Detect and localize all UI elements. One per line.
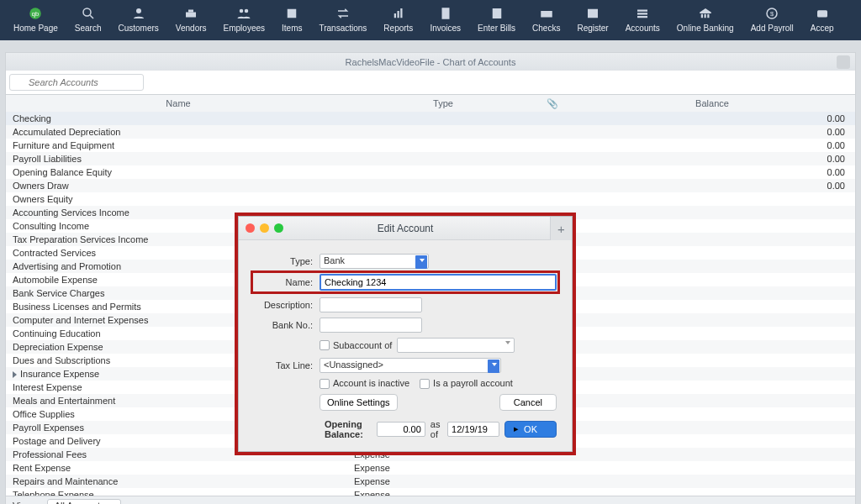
table-row[interactable]: Checking0.00 — [6, 112, 855, 125]
employees-icon — [236, 5, 251, 22]
name-highlight-frame: Name: — [251, 270, 560, 294]
main-toolbar: qbHome PageSearchCustomersVendorsEmploye… — [0, 0, 861, 40]
close-icon[interactable] — [246, 223, 255, 233]
opening-balance-input[interactable] — [377, 422, 425, 437]
zoom-icon[interactable] — [274, 223, 283, 233]
accounts-table: Checking0.00Accumulated Depreciation0.00… — [5, 112, 856, 504]
ok-button[interactable]: ▸OK — [504, 421, 557, 438]
nav-employees[interactable]: Employees — [215, 3, 273, 34]
account-name: Owners Equity — [6, 194, 351, 204]
cursor-icon: ▸ — [514, 423, 519, 434]
svg-line-3 — [90, 15, 93, 18]
svg-rect-10 — [394, 13, 396, 18]
nav-transactions[interactable]: Transactions — [310, 3, 375, 34]
svg-rect-16 — [588, 9, 598, 18]
nav-vendors[interactable]: Vendors — [167, 3, 215, 34]
nav-accept[interactable]: Accep — [802, 3, 843, 34]
name-input[interactable] — [320, 274, 557, 291]
svg-point-2 — [83, 8, 91, 16]
account-name: Furniture and Equipment — [6, 140, 351, 150]
type-label: Type: — [254, 256, 313, 266]
inactive-checkbox[interactable] — [320, 379, 330, 389]
description-input[interactable] — [320, 297, 422, 312]
table-row[interactable]: Rent ExpenseExpense — [6, 461, 855, 475]
svg-point-7 — [240, 9, 244, 13]
account-name: Checking — [6, 113, 351, 123]
svg-rect-22 — [817, 10, 827, 17]
online-settings-button[interactable]: Online Settings — [320, 394, 398, 411]
add-button[interactable]: + — [550, 217, 572, 240]
minimize-icon[interactable] — [260, 223, 269, 233]
window-title: RachelsMacVideoFile - Chart of Accounts — [346, 57, 516, 67]
subaccount-select[interactable] — [397, 338, 515, 353]
dialog-titlebar[interactable]: Edit Account + — [239, 217, 572, 240]
expand-icon[interactable] — [13, 371, 17, 378]
taxline-select[interactable]: <Unassigned> — [320, 358, 501, 373]
dialog-title: Edit Account — [239, 223, 572, 234]
table-row[interactable]: Furniture and Equipment0.00 — [6, 139, 855, 152]
home-icon: qb — [27, 5, 44, 22]
nav-home[interactable]: qbHome Page — [5, 3, 66, 34]
nav-accounts[interactable]: Accounts — [617, 3, 668, 34]
nav-banking[interactable]: Online Banking — [668, 3, 742, 34]
nav-bills[interactable]: Enter Bills — [469, 3, 524, 34]
nav-checks[interactable]: Checks — [524, 3, 568, 34]
invoices-icon — [438, 5, 453, 22]
table-row[interactable]: Opening Balance Equity0.00 — [6, 165, 855, 179]
banking-icon — [698, 5, 713, 22]
bankno-input[interactable] — [320, 318, 422, 333]
table-row[interactable]: Owners Equity — [6, 192, 855, 206]
customers-icon — [131, 5, 146, 22]
account-balance: 0.00 — [569, 167, 855, 177]
column-header-balance[interactable]: Balance — [569, 98, 855, 108]
nav-customers[interactable]: Customers — [110, 3, 167, 34]
account-type: Expense — [351, 463, 536, 473]
search-input[interactable] — [9, 74, 144, 91]
nav-register[interactable]: Register — [568, 3, 616, 34]
account-name: Rent Expense — [6, 463, 351, 473]
svg-text:qb: qb — [32, 10, 39, 18]
svg-text:$: $ — [770, 10, 774, 18]
asof-date-input[interactable] — [447, 422, 499, 437]
account-name: Accumulated Depreciation — [6, 127, 351, 137]
window-controls — [239, 223, 283, 233]
asof-label: as of — [430, 419, 442, 439]
table-row[interactable]: Owners Draw0.00 — [6, 179, 855, 192]
account-name: Repairs and Maintenance — [6, 476, 351, 486]
accept-icon — [815, 5, 830, 22]
svg-rect-15 — [541, 11, 552, 18]
column-header-name[interactable]: Name — [6, 98, 351, 108]
payroll-checkbox[interactable] — [420, 379, 430, 389]
dialog-body: Type: Bank Name: Description: Bank No.: — [239, 240, 572, 451]
column-header-attachment[interactable]: 📎 — [536, 98, 569, 109]
nav-payroll[interactable]: $Add Payroll — [742, 3, 802, 34]
reports-icon — [391, 5, 406, 22]
table-row[interactable]: Repairs and MaintenanceExpense — [6, 475, 855, 488]
svg-rect-11 — [397, 11, 399, 18]
nav-search[interactable]: Search — [66, 3, 110, 34]
account-name: Owners Draw — [6, 181, 351, 191]
nav-reports[interactable]: Reports — [375, 3, 421, 34]
inactive-label: Account is inactive — [333, 378, 409, 388]
table-row[interactable]: Payroll Liabilities0.00 — [6, 152, 855, 165]
account-name: Opening Balance Equity — [6, 167, 351, 177]
table-row[interactable]: Accumulated Depreciation0.00 — [6, 125, 855, 139]
nav-invoices[interactable]: Invoices — [421, 3, 469, 34]
column-header-type[interactable]: Type — [351, 98, 536, 108]
cancel-button[interactable]: Cancel — [499, 394, 557, 411]
search-row — [5, 71, 856, 95]
type-select[interactable]: Bank — [320, 254, 429, 269]
svg-rect-9 — [288, 9, 297, 18]
account-balance: 0.00 — [569, 127, 855, 137]
svg-rect-5 — [186, 13, 196, 18]
subaccount-label: Subaccount of — [333, 340, 392, 350]
subaccount-checkbox[interactable] — [320, 340, 330, 350]
nav-items[interactable]: Items — [273, 3, 310, 34]
tag-icon[interactable] — [837, 55, 850, 69]
accounts-icon — [635, 5, 650, 22]
bills-icon — [489, 5, 504, 22]
svg-rect-14 — [492, 8, 501, 18]
vendors-icon — [183, 5, 198, 22]
bankno-label: Bank No.: — [254, 320, 313, 330]
view-select[interactable]: All Accounts — [47, 499, 121, 505]
